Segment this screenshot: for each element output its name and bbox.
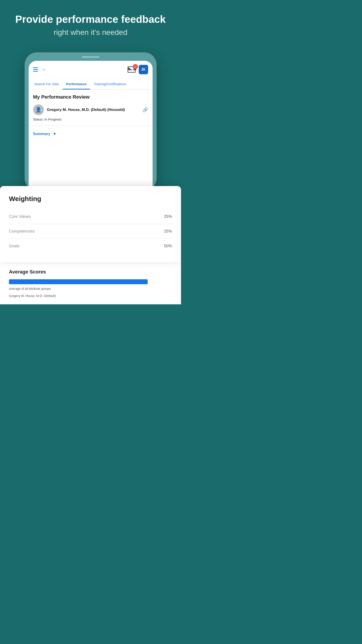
weight-value-core-values: 25% (164, 214, 172, 219)
tab-performance[interactable]: Performance (63, 78, 90, 90)
user-info: Gregory M. House, M.D. (Default) (HouseI… (47, 108, 125, 112)
weight-row-competencies: Competencies 25% (9, 224, 172, 239)
weight-label-core-values: Core Values (9, 214, 31, 219)
phone-container: ← 13 JK Search For Jobs Performance Trai… (0, 46, 181, 190)
header-right: 13 JK (128, 65, 148, 74)
status-row: Status: In Progress (33, 118, 148, 121)
progress-bar (9, 279, 148, 284)
user-name: Gregory M. House, M.D. (Default) (HouseI… (47, 108, 125, 112)
hamburger-icon[interactable] (33, 67, 38, 72)
notification-wrapper: 13 (128, 66, 136, 73)
screen-content: My Performance Review 👤 Gregory M. House… (29, 90, 153, 126)
user-avatar: 👤 (33, 104, 44, 115)
back-arrow-icon[interactable]: ← (42, 67, 47, 72)
weight-label-competencies: Competencies (9, 229, 35, 234)
phone-outer: ← 13 JK Search For Jobs Performance Trai… (25, 52, 157, 190)
phone-screen: ← 13 JK Search For Jobs Performance Trai… (29, 61, 153, 190)
chevron-down-icon: ▼ (53, 132, 57, 136)
user-meta: (Default) (HouseId) (91, 108, 125, 112)
divider-1 (29, 126, 153, 126)
avg-user-label: Gregory M. House, M.D. (Default) (9, 294, 172, 298)
header-left: ← (33, 67, 47, 72)
hero-subtitle: right when it's needed (9, 28, 172, 37)
user-row: 👤 Gregory M. House, M.D. (Default) (Hous… (33, 104, 148, 115)
hero-title: Provide performance feedback (9, 14, 172, 25)
app-header: ← 13 JK (29, 61, 153, 78)
weight-label-goals: Goals (9, 244, 20, 248)
weight-row-goals: Goals 50% (9, 239, 172, 253)
weighting-title: Weighting (9, 195, 172, 202)
weight-value-competencies: 25% (164, 229, 172, 234)
avg-scores-section: Average Scores Average of all Attribute … (0, 262, 181, 304)
avatar-button[interactable]: JK (139, 65, 148, 74)
page-title: My Performance Review (33, 94, 148, 100)
weighting-card: Weighting Core Values 25% Competencies 2… (0, 186, 181, 262)
tab-search-for-jobs[interactable]: Search For Jobs (31, 78, 63, 90)
link-icon[interactable]: 🔗 (143, 107, 148, 112)
weight-value-goals: 50% (164, 244, 172, 248)
summary-label: Summary (33, 132, 50, 136)
phone-notch (82, 56, 100, 58)
weight-row-core-values: Core Values 25% (9, 209, 172, 224)
tab-training-certifications[interactable]: Training/Certifications (90, 78, 130, 90)
avg-scores-title: Average Scores (9, 269, 172, 275)
notification-badge: 13 (133, 64, 138, 69)
summary-row[interactable]: Summary ▼ (29, 128, 153, 140)
tabs-bar: Search For Jobs Performance Training/Cer… (29, 78, 153, 90)
hero-section: Provide performance feedback right when … (0, 0, 181, 46)
avg-bar-label: Average of all Attribute groups (9, 287, 172, 290)
